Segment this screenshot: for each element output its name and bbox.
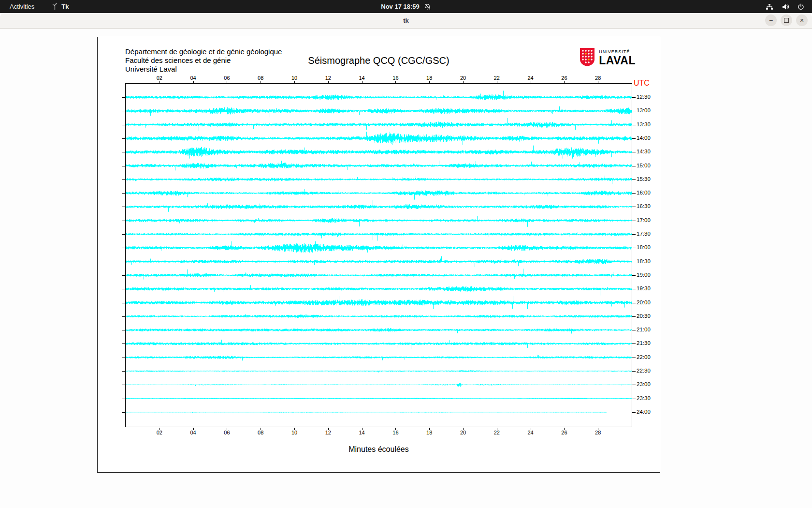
x-tick-mark-bottom: [598, 428, 598, 430]
row-tick-mark-left: [122, 111, 125, 111]
clock-menu[interactable]: Nov 17 18:59: [381, 3, 431, 10]
utc-time-label: 17:00: [637, 217, 651, 223]
seismograph-frame: Département de géologie et de génie géol…: [97, 37, 660, 473]
x-tick-mark-top: [328, 81, 329, 83]
x-tick-mark-bottom: [429, 428, 430, 430]
x-tick-mark-bottom: [193, 428, 194, 430]
x-tick-mark-top: [598, 81, 598, 83]
row-tick-mark-right: [632, 385, 636, 385]
x-tick-label-top: 12: [325, 75, 331, 81]
x-tick-label-top: 26: [561, 75, 567, 81]
helicorder-plot: UTC 020204040606080810101212141416161818…: [125, 83, 632, 427]
x-tick-mark-bottom: [328, 428, 329, 430]
utc-time-label: 19:00: [637, 272, 651, 278]
x-tick-mark-top: [227, 81, 227, 83]
x-tick-label-bottom: 18: [426, 430, 432, 435]
row-tick-mark-right: [632, 371, 636, 372]
x-tick-mark-top: [160, 81, 160, 83]
utc-time-label: 16:00: [637, 190, 651, 195]
row-tick-mark-right: [632, 399, 636, 399]
logo-word-universite: UNIVERSITÉ: [599, 50, 636, 54]
window-title: tk: [403, 17, 409, 24]
maximize-button[interactable]: [781, 15, 792, 26]
row-tick-mark-right: [632, 152, 636, 152]
row-tick-mark-right: [632, 316, 636, 317]
utc-time-label: 16:30: [637, 204, 651, 209]
x-tick-label-top: 14: [359, 75, 364, 81]
gnome-top-bar: Activities Tk Nov 17 18:59: [0, 0, 812, 13]
x-tick-label-bottom: 14: [359, 430, 364, 435]
x-tick-mark-bottom: [463, 428, 464, 430]
utc-time-label: 20:30: [637, 313, 651, 319]
row-tick-mark-left: [122, 193, 125, 194]
row-tick-mark-right: [632, 125, 636, 125]
x-tick-mark-bottom: [362, 428, 362, 430]
network-icon: [766, 3, 773, 10]
utc-time-label: 15:30: [637, 176, 651, 182]
x-tick-label-top: 02: [157, 75, 162, 81]
x-tick-mark-top: [395, 81, 396, 83]
clock-label: Nov 17 18:59: [381, 3, 420, 10]
x-tick-label-bottom: 22: [494, 430, 500, 435]
x-tick-mark-top: [531, 81, 531, 83]
x-tick-mark-bottom: [294, 428, 295, 430]
row-tick-mark-left: [122, 330, 125, 330]
row-tick-mark-left: [122, 234, 125, 235]
row-tick-mark-right: [632, 221, 636, 221]
x-tick-label-bottom: 24: [527, 430, 533, 435]
minimize-button[interactable]: −: [765, 15, 777, 26]
x-tick-label-bottom: 10: [291, 430, 297, 435]
x-tick-mark-top: [463, 81, 464, 83]
x-tick-label-top: 28: [595, 75, 601, 81]
utc-time-label: 21:30: [637, 341, 651, 346]
row-tick-mark-right: [632, 330, 636, 330]
x-tick-label-top: 24: [527, 75, 533, 81]
x-tick-mark-bottom: [497, 428, 497, 430]
utc-time-label: 24:00: [637, 409, 651, 415]
window-titlebar[interactable]: tk − ×: [0, 13, 812, 29]
row-tick-mark-right: [632, 303, 636, 303]
row-tick-mark-left: [122, 221, 125, 221]
row-tick-mark-right: [632, 275, 636, 276]
utc-time-label: 13:30: [637, 121, 651, 127]
x-tick-mark-top: [193, 81, 194, 83]
x-tick-mark-bottom: [395, 428, 396, 430]
activities-button[interactable]: Activities: [7, 2, 37, 11]
seismogram-traces-canvas: [126, 84, 632, 427]
row-tick-mark-right: [632, 262, 636, 262]
utc-time-label: 22:30: [637, 368, 651, 374]
row-tick-mark-left: [122, 248, 125, 248]
x-tick-label-top: 08: [258, 75, 263, 81]
x-tick-label-top: 20: [460, 75, 466, 81]
x-tick-mark-top: [497, 81, 497, 83]
row-tick-mark-left: [122, 179, 125, 180]
row-tick-mark-left: [122, 385, 125, 385]
x-tick-label-top: 04: [190, 75, 196, 81]
utc-time-label: 17:30: [637, 231, 651, 237]
row-tick-mark-left: [122, 97, 125, 98]
app-indicator[interactable]: Tk: [52, 3, 69, 10]
x-tick-mark-top: [429, 81, 430, 83]
x-axis-label: Minutes écoulées: [98, 445, 660, 454]
x-tick-mark-bottom: [261, 428, 261, 430]
close-button[interactable]: ×: [796, 15, 808, 26]
row-tick-mark-left: [122, 125, 125, 125]
plot-title: Séismographe QCQ (CGC/GSC): [98, 55, 660, 66]
x-tick-mark-bottom: [160, 428, 160, 430]
x-tick-label-bottom: 16: [392, 430, 398, 435]
row-tick-mark-right: [632, 358, 636, 358]
row-tick-mark-right: [632, 179, 636, 180]
utc-time-label: 14:00: [637, 135, 651, 141]
row-tick-mark-left: [122, 371, 125, 372]
utc-time-label: 20:00: [637, 299, 651, 305]
x-tick-mark-bottom: [531, 428, 531, 430]
x-tick-label-bottom: 26: [561, 430, 567, 435]
row-tick-mark-right: [632, 138, 636, 139]
maximize-icon: [784, 18, 789, 23]
utc-time-label: 21:00: [637, 327, 651, 332]
system-status-menu[interactable]: [763, 3, 812, 11]
x-tick-label-top: 22: [494, 75, 500, 81]
row-tick-mark-left: [122, 262, 125, 262]
utc-axis-label: UTC: [634, 79, 650, 88]
window-controls: − ×: [765, 15, 808, 26]
